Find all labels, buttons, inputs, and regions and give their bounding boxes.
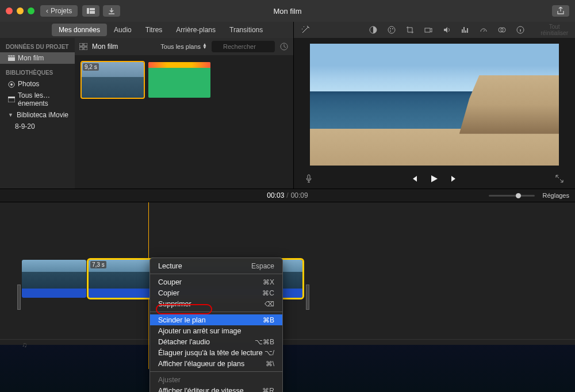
minimize-window-button[interactable] (17, 7, 24, 14)
sidebar-library-item[interactable]: ▼ Biblioteca iMovie (0, 109, 75, 121)
media-tabs: Mes données Audio Titres Arrière-plans T… (0, 22, 293, 38)
speedometer-icon (480, 26, 488, 34)
menu-show-trimmer[interactable]: Afficher l'élagueur de plans⌘\ (150, 358, 282, 369)
color-balance-button[interactable] (369, 26, 379, 34)
menu-copy[interactable]: Copier⌘C (150, 287, 282, 298)
disclosure-triangle-icon[interactable]: ▼ (8, 112, 14, 118)
fullscreen-window-button[interactable] (28, 7, 34, 14)
reset-all-button[interactable]: Tout réinitialiser (540, 24, 568, 36)
menu-speed-editor[interactable]: Afficher l'éditeur de vitesse⌘R (150, 385, 282, 392)
svg-rect-11 (84, 47, 87, 50)
playback-controls (410, 174, 458, 183)
palette-icon (388, 26, 396, 34)
back-to-projects-button[interactable]: ‹Projets (40, 5, 78, 17)
tab-audio[interactable]: Audio (107, 24, 139, 36)
window-title: Mon film (273, 7, 301, 16)
svg-point-14 (388, 26, 395, 33)
appearance-settings-button[interactable] (279, 42, 289, 51)
menu-separator (150, 274, 282, 274)
tab-transitions[interactable]: Transitions (223, 24, 270, 36)
crop-icon (406, 26, 414, 34)
preview-viewer[interactable] (310, 44, 559, 166)
browser-clip-2[interactable] (148, 62, 210, 98)
filter-label: Tous les plans (160, 43, 201, 50)
media-panel: Mes données Audio Titres Arrière-plans T… (0, 22, 293, 189)
reset-line2: réinitialiser (540, 30, 568, 36)
menu-cut[interactable]: Couper⌘X (150, 276, 282, 287)
sidebar-project-item[interactable]: Mon film (0, 52, 75, 64)
tab-titles[interactable]: Titres (139, 24, 170, 36)
next-button[interactable] (450, 175, 458, 183)
menu-play[interactable]: LectureEspace (150, 260, 282, 271)
info-icon (516, 26, 524, 34)
expand-icon (555, 175, 564, 183)
skip-back-icon (410, 175, 418, 183)
camera-icon (424, 26, 432, 33)
audio-track-row[interactable]: ♫ (0, 339, 575, 349)
menu-detach-audio[interactable]: Détacher l'audio⌥⌘B (150, 336, 282, 347)
svg-rect-9 (84, 43, 87, 46)
crop-button[interactable] (406, 26, 416, 34)
library-name-label: Biblioteca iMovie (17, 111, 68, 119)
timeline-clip-1[interactable] (22, 260, 86, 298)
viewer-toolbar: Tout réinitialiser (294, 22, 575, 38)
share-button[interactable] (552, 5, 569, 17)
clip2-duration-badge: 7,3 s (90, 261, 106, 268)
libraries-header: BIBLIOTHÈQUES (0, 67, 75, 78)
preview-frame (310, 44, 559, 166)
viewer-panel: Tout réinitialiser (293, 22, 575, 189)
zoom-slider-thumb[interactable] (516, 193, 521, 198)
clip-duration-badge: 9,2 s (83, 63, 99, 71)
svg-point-17 (390, 30, 391, 32)
timeline-track: 7,3 s (0, 260, 575, 298)
close-window-button[interactable] (6, 7, 13, 14)
calendar-icon (8, 97, 15, 102)
project-name-label: Mon film (18, 54, 44, 62)
sidebar-event-item[interactable]: 8-9-20 (0, 121, 75, 132)
menu-split-clip[interactable]: Scinder le plan⌘B (150, 314, 282, 325)
timeline-end-handle[interactable] (306, 285, 309, 310)
view-layout-button[interactable] (82, 5, 99, 17)
menu-separator (150, 312, 282, 312)
import-button[interactable] (103, 5, 120, 17)
magic-wand-button[interactable] (301, 25, 310, 34)
equalizer-icon (461, 26, 469, 34)
clip-filter-dropdown[interactable]: Tous les plans ▲▼ (160, 43, 207, 50)
grid-icon (79, 43, 87, 50)
all-events-label: Tous les…énements (18, 91, 69, 107)
info-button[interactable] (516, 26, 527, 34)
menu-freeze-frame[interactable]: Ajouter un arrêt sur image (150, 325, 282, 336)
stabilization-button[interactable] (424, 26, 435, 33)
sidebar-photos-item[interactable]: Photos (0, 78, 75, 90)
menu-trim-to-playhead[interactable]: Élaguer jusqu'à la tête de lecture⌥/ (150, 347, 282, 358)
grid-list-toggle[interactable] (79, 43, 87, 50)
timecode-bar: 00:03 / 00:09 Réglages (0, 189, 575, 202)
timeline-start-handle[interactable] (17, 285, 21, 310)
browser-toolbar: Mon film Tous les plans ▲▼ (75, 38, 293, 55)
tab-backgrounds[interactable]: Arrière-plans (169, 24, 223, 36)
layout-icon (87, 8, 95, 14)
noise-reduction-button[interactable] (461, 26, 471, 34)
clips-grid[interactable]: 9,2 s (75, 55, 293, 189)
play-button[interactable] (430, 174, 439, 183)
voiceover-button[interactable] (305, 174, 312, 183)
speed-button[interactable] (480, 26, 490, 34)
current-time: 00:03 (267, 191, 284, 199)
clip-filter-button[interactable] (498, 26, 508, 34)
event-date-label: 8-9-20 (15, 122, 35, 130)
browser-clip-1[interactable]: 9,2 s (82, 62, 144, 98)
search-input[interactable] (212, 41, 275, 52)
sidebar-all-events-item[interactable]: Tous les…énements (0, 90, 75, 109)
timeline-settings-button[interactable]: Réglages (543, 192, 569, 199)
tab-my-media[interactable]: Mes données (52, 24, 107, 36)
timeline[interactable]: 7,3 s ♫ (0, 202, 575, 392)
volume-button[interactable] (443, 26, 453, 34)
color-correction-button[interactable] (388, 26, 398, 34)
menu-delete[interactable]: Supprimer⌫ (150, 298, 282, 309)
fullscreen-button[interactable] (555, 175, 564, 183)
play-icon (430, 174, 439, 183)
clip-context-menu: LectureEspace Couper⌘X Copier⌘C Supprime… (150, 258, 283, 392)
half-circle-icon (369, 26, 377, 34)
prev-button[interactable] (410, 175, 418, 183)
timeline-zoom-slider[interactable] (489, 195, 535, 197)
